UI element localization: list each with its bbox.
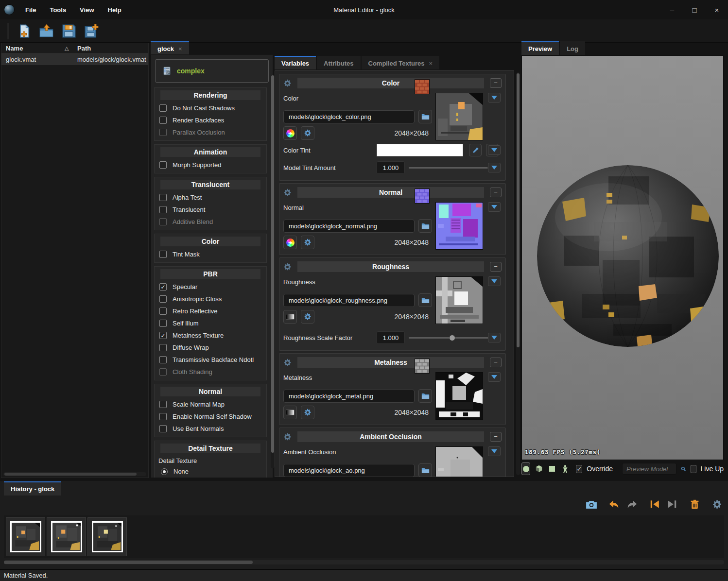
browse-folder-button[interactable] [418, 219, 432, 233]
chevron-down-icon[interactable] [488, 163, 501, 172]
minimize-button[interactable]: – [661, 0, 683, 19]
normal-source-thumbnail[interactable] [415, 188, 430, 204]
color-wheel-generate-button[interactable]: ➜ [283, 126, 297, 140]
checkbox[interactable] [159, 161, 167, 169]
checkbox[interactable] [159, 206, 167, 213]
browser-horizontal-scrollbar[interactable] [3, 472, 146, 476]
roughness-scale-slider[interactable] [409, 331, 492, 344]
chevron-down-icon[interactable] [488, 145, 501, 155]
tab-history[interactable]: History - glock [4, 481, 61, 496]
gear-icon[interactable] [283, 188, 292, 197]
history-thumbnail[interactable] [87, 517, 127, 556]
collapse-button[interactable]: − [490, 188, 502, 197]
checkbox[interactable] [159, 104, 167, 112]
live-update-checkbox[interactable] [691, 465, 696, 473]
chevron-down-icon[interactable] [488, 202, 501, 212]
collapse-button[interactable]: − [490, 358, 502, 367]
go-to-last-button[interactable] [666, 498, 678, 511]
checkbox[interactable] [159, 401, 167, 408]
tab-attributes[interactable]: Attributes [317, 56, 360, 69]
metalness-source-thumbnail[interactable] [415, 359, 430, 374]
options-vertical-scrollbar[interactable] [271, 75, 275, 468]
checkbox[interactable] [159, 117, 167, 124]
checkbox-checked[interactable]: ✓ [159, 283, 167, 290]
color-source-thumbnail[interactable] [415, 79, 430, 94]
column-header-name[interactable]: Name [1, 45, 65, 52]
tab-close-icon[interactable]: × [178, 45, 182, 52]
color-wheel-generate-button[interactable]: ➜ [283, 236, 297, 249]
normal-path-input[interactable] [283, 220, 415, 233]
checkbox[interactable] [159, 308, 167, 315]
browse-folder-button[interactable] [418, 389, 432, 403]
history-thumbnail[interactable] [47, 517, 86, 556]
chevron-down-icon[interactable] [488, 333, 501, 342]
go-to-first-button[interactable] [648, 498, 661, 511]
checkbox[interactable] [159, 344, 167, 351]
checkbox[interactable] [159, 320, 167, 327]
history-horizontal-scrollbar[interactable] [4, 560, 724, 564]
collapse-button[interactable]: − [490, 78, 502, 88]
menu-file[interactable]: File [19, 4, 42, 16]
table-row[interactable]: glock.vmat models/glock/glock.vmat [1, 53, 148, 65]
preview-shape-cube-button[interactable] [535, 462, 543, 475]
tab-preview[interactable]: Preview [521, 41, 559, 55]
preview-viewport[interactable]: 189.63 FPS (5.27ms) [521, 55, 724, 460]
menu-help[interactable]: Help [102, 4, 127, 16]
preview-shape-plane-button[interactable] [548, 462, 556, 475]
find-model-icon[interactable] [681, 465, 686, 473]
shader-selector[interactable]: complex [155, 59, 269, 83]
color-tint-swatch[interactable] [377, 144, 463, 156]
gradient-generate-button[interactable] [283, 406, 297, 419]
checkbox[interactable] [159, 356, 167, 363]
save-material-button[interactable] [60, 22, 78, 40]
save-material-as-button[interactable] [83, 22, 100, 40]
eyedropper-button[interactable] [469, 144, 482, 156]
gear-icon[interactable] [283, 359, 292, 367]
delete-history-button[interactable] [688, 498, 701, 511]
variables-vertical-scrollbar[interactable] [516, 72, 520, 475]
checkbox[interactable] [159, 413, 167, 420]
gradient-generate-button[interactable] [283, 310, 297, 324]
tab-close-icon[interactable]: × [429, 60, 433, 67]
gear-icon[interactable] [283, 263, 292, 271]
color-path-input[interactable] [283, 110, 415, 123]
browse-folder-button[interactable] [418, 463, 432, 477]
gear-icon[interactable] [283, 433, 292, 441]
collapse-button[interactable]: − [490, 432, 502, 442]
model-tint-amount-slider[interactable] [409, 161, 492, 174]
metalness-path-input[interactable] [283, 390, 415, 403]
checkbox[interactable] [159, 251, 167, 258]
gear-icon[interactable] [283, 79, 292, 87]
close-button[interactable]: × [706, 0, 728, 19]
chevron-down-icon[interactable] [488, 446, 501, 456]
browse-folder-button[interactable] [418, 293, 432, 307]
undo-button[interactable] [607, 498, 620, 511]
checkbox[interactable] [159, 295, 167, 303]
open-material-button[interactable] [38, 22, 55, 40]
history-settings-button[interactable] [711, 498, 723, 511]
radio-selected[interactable] [161, 468, 168, 475]
tab-glock[interactable]: glock × [151, 41, 189, 55]
chevron-down-icon[interactable] [488, 93, 501, 103]
tab-compiled-textures[interactable]: Compiled Textures× [362, 56, 440, 69]
chevron-down-icon[interactable] [488, 276, 501, 286]
redo-button[interactable] [626, 498, 639, 511]
sort-ascending-icon[interactable]: △ [65, 45, 77, 51]
ao-path-input[interactable] [283, 464, 415, 477]
texture-settings-button[interactable] [301, 406, 314, 419]
texture-settings-button[interactable] [301, 126, 314, 140]
checkbox[interactable] [159, 194, 167, 201]
menu-view[interactable]: View [74, 4, 100, 16]
ao-texture-preview[interactable] [435, 446, 483, 477]
chevron-down-icon[interactable] [488, 372, 501, 382]
texture-settings-button[interactable] [301, 310, 314, 324]
menu-tools[interactable]: Tools [44, 4, 72, 16]
model-tint-amount-value[interactable]: 1.000 [377, 161, 405, 174]
screenshot-button[interactable] [585, 498, 598, 511]
browse-folder-button[interactable] [418, 110, 432, 123]
tab-log[interactable]: Log [560, 41, 585, 55]
roughness-scale-value[interactable]: 1.000 [377, 331, 405, 344]
preview-shape-model-button[interactable] [561, 462, 570, 475]
checkbox[interactable] [159, 425, 167, 432]
tab-variables[interactable]: Variables [275, 56, 316, 69]
